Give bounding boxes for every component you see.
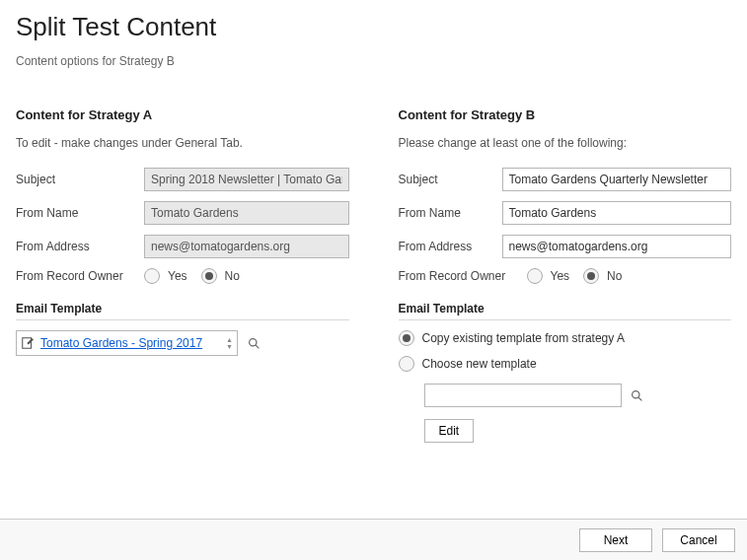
label-fromaddress-b: From Address [399, 240, 502, 253]
radio-template-choose[interactable] [399, 356, 414, 372]
radio-fromowner-b-no-label: No [607, 269, 622, 283]
template-lookup-a[interactable]: Tomato Gardens - Spring 2017 ▲ ▼ [16, 330, 238, 356]
strategy-b-heading: Content for Strategy B [399, 107, 732, 122]
chevron-down-icon[interactable]: ▼ [226, 343, 233, 350]
svg-line-4 [638, 397, 641, 400]
template-link-a[interactable]: Tomato Gardens - Spring 2017 [40, 336, 222, 350]
subject-field-b[interactable] [502, 168, 732, 191]
label-fromowner-b: From Record Owner [399, 269, 527, 283]
svg-point-1 [249, 338, 256, 345]
svg-line-2 [256, 345, 259, 348]
strategy-b-panel: Content for Strategy B Please change at … [399, 107, 732, 443]
radio-fromowner-b-yes-label: Yes [551, 269, 570, 283]
fromname-field-a [144, 201, 349, 225]
radio-template-choose-label: Choose new template [422, 357, 537, 371]
strategy-a-hint: To edit - make changes under General Tab… [16, 136, 349, 150]
next-button[interactable]: Next [579, 528, 652, 552]
email-template-heading-b: Email Template [399, 302, 732, 320]
radio-fromowner-b-no[interactable] [583, 268, 599, 284]
page-title: Split Test Content [16, 12, 731, 42]
edit-button[interactable]: Edit [424, 419, 475, 443]
radio-fromowner-b-yes[interactable] [527, 268, 543, 284]
label-fromowner-a: From Record Owner [16, 269, 144, 283]
radio-fromowner-a-yes-label: Yes [168, 269, 187, 283]
page-subtitle: Content options for Strategy B [16, 54, 731, 68]
svg-point-3 [633, 390, 639, 397]
fromname-field-b[interactable] [502, 201, 732, 225]
radio-fromowner-a-no-label: No [225, 269, 240, 283]
radio-fromowner-a-yes [144, 268, 160, 284]
cancel-button[interactable]: Cancel [662, 528, 735, 552]
radio-template-copy[interactable] [399, 330, 414, 346]
strategy-a-heading: Content for Strategy A [16, 107, 349, 122]
email-template-heading-a: Email Template [16, 302, 349, 320]
chevron-up-icon[interactable]: ▲ [226, 336, 233, 343]
radio-template-copy-label: Copy existing template from strategy A [422, 331, 625, 345]
template-stepper-a[interactable]: ▲ ▼ [226, 336, 233, 350]
template-search-a[interactable] [246, 335, 261, 351]
label-fromname-b: From Name [399, 206, 502, 220]
edit-icon [21, 336, 35, 350]
fromaddress-field-b[interactable] [502, 235, 732, 258]
label-subject-a: Subject [16, 173, 144, 186]
label-subject-b: Subject [399, 173, 502, 186]
label-fromname-a: From Name [16, 206, 144, 220]
footer: Next Cancel [0, 519, 747, 560]
strategy-a-panel: Content for Strategy A To edit - make ch… [16, 107, 349, 443]
template-lookup-b[interactable] [424, 384, 622, 407]
radio-fromowner-a-no [201, 268, 217, 284]
label-fromaddress-a: From Address [16, 240, 144, 253]
template-search-b[interactable] [630, 387, 645, 403]
fromaddress-field-a [144, 235, 349, 258]
subject-field-a [144, 168, 349, 191]
strategy-b-hint: Please change at least one of the follow… [399, 136, 732, 150]
